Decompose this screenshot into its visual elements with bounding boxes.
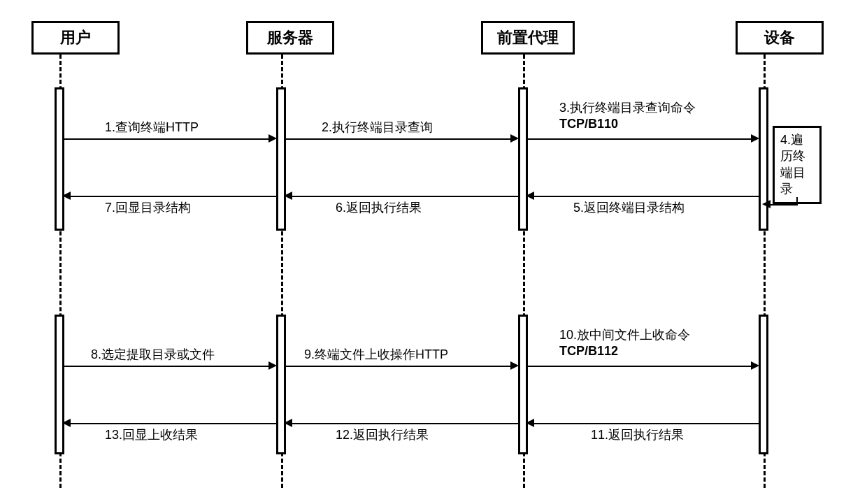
activation-proxy-2 [518,315,528,454]
participant-device-label: 设备 [764,29,795,46]
msg-8-arrow [64,366,273,367]
msg-1-arrowhead [268,134,277,143]
msg-1-arrow [64,138,273,140]
msg-3-arrowhead [751,134,759,143]
msg-7-label: 7.回显目录结构 [105,199,191,216]
msg-2-arrowhead [510,134,519,143]
msg-6-arrowhead [284,192,292,200]
msg-1-label: 1.查询终端HTTP [105,119,199,136]
participant-proxy: 前置代理 [481,21,575,55]
msg-5-label: 5.返回终端目录结构 [573,199,685,216]
msg-9-arrow [286,366,515,367]
msg-8-arrowhead [268,361,277,370]
participant-server-label: 服务器 [267,29,313,46]
participant-user: 用户 [31,21,120,55]
activation-device-1 [759,87,768,231]
msg-2-arrow [286,138,515,140]
activation-server-2 [276,315,286,454]
msg-6-arrow [289,196,518,197]
msg-3-label: 3.执行终端目录查询命令TCP/B110 [559,100,696,133]
msg-7-arrow [68,196,276,197]
msg-12-arrow [289,423,518,424]
msg-2-label: 2.执行终端目录查询 [322,119,433,136]
msg-12-label: 12.返回执行结果 [336,426,429,443]
msg-9-label: 9.终端文件上收操作HTTP [304,346,448,363]
activation-server-1 [276,87,286,231]
msg-13-arrowhead [62,419,71,427]
msg-11-label: 11.返回执行结果 [591,426,684,443]
msg-7-arrowhead [62,192,71,200]
msg-12-arrowhead [284,419,292,427]
msg-10-label: 10.放中间文件上收命令TCP/B112 [559,327,690,360]
msg-11-arrow [531,423,759,424]
activation-proxy-1 [518,87,528,231]
participant-user-label: 用户 [60,29,91,46]
msg-6-label: 6.返回执行结果 [336,199,422,216]
activation-user-1 [55,87,64,231]
msg-13-arrow [68,423,276,424]
msg-4-selfnote: 4.遍历终端目录 [773,126,822,204]
msg-5-arrowhead [526,192,534,200]
msg-4-return-head [762,200,771,208]
msg-11-arrowhead [526,419,534,427]
participant-proxy-label: 前置代理 [497,29,559,46]
activation-device-2 [759,315,768,454]
msg-10-arrowhead [751,361,759,370]
msg-13-label: 13.回显上收结果 [105,426,198,443]
msg-10-arrow [528,366,755,367]
msg-9-arrowhead [510,361,519,370]
participant-device: 设备 [736,21,824,55]
sequence-diagram: 用户 服务器 前置代理 设备 1.查询终端HTTP 2.执行终端目录查询 3.执… [21,21,846,489]
msg-8-label: 8.选定提取目录或文件 [91,346,215,363]
msg-4-return-v [796,197,798,206]
msg-4-return-h [768,204,796,206]
msg-3-arrow [528,138,755,140]
activation-user-2 [55,315,64,454]
participant-server: 服务器 [246,21,334,55]
msg-5-arrow [531,196,759,197]
